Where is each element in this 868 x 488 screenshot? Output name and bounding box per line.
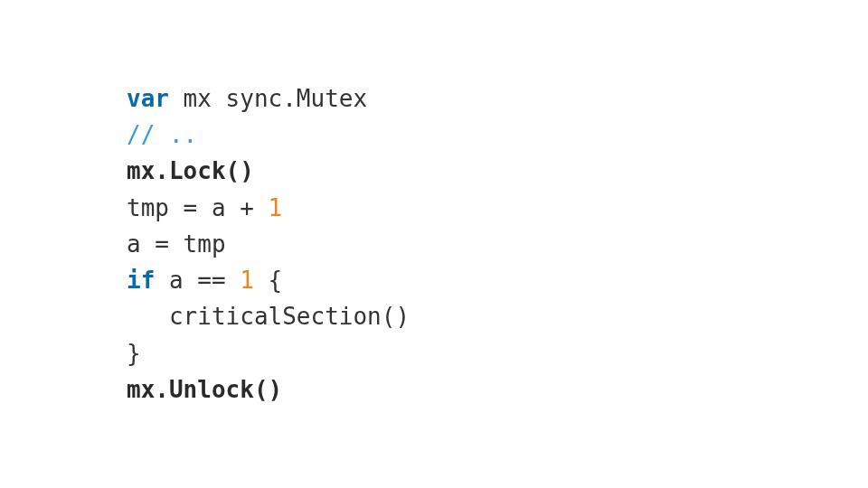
code-snippet: var mx sync.Mutex // .. mx.Lock() tmp = … bbox=[127, 80, 410, 408]
code-text: a == bbox=[155, 267, 240, 294]
code-text: a = tmp bbox=[127, 230, 226, 258]
code-text: criticalSection() bbox=[127, 303, 410, 330]
keyword-if: if bbox=[127, 267, 155, 294]
code-comment: // .. bbox=[127, 121, 197, 148]
code-lock-call: mx.Lock() bbox=[127, 157, 254, 184]
code-text: } bbox=[127, 340, 141, 367]
number-literal: 1 bbox=[240, 267, 254, 294]
code-text: mx sync.Mutex bbox=[169, 85, 367, 112]
code-text: tmp = a + bbox=[127, 194, 269, 221]
keyword-var: var bbox=[127, 85, 169, 112]
code-unlock-call: mx.Unlock() bbox=[127, 376, 282, 403]
number-literal: 1 bbox=[269, 194, 283, 221]
code-text: { bbox=[254, 267, 282, 294]
